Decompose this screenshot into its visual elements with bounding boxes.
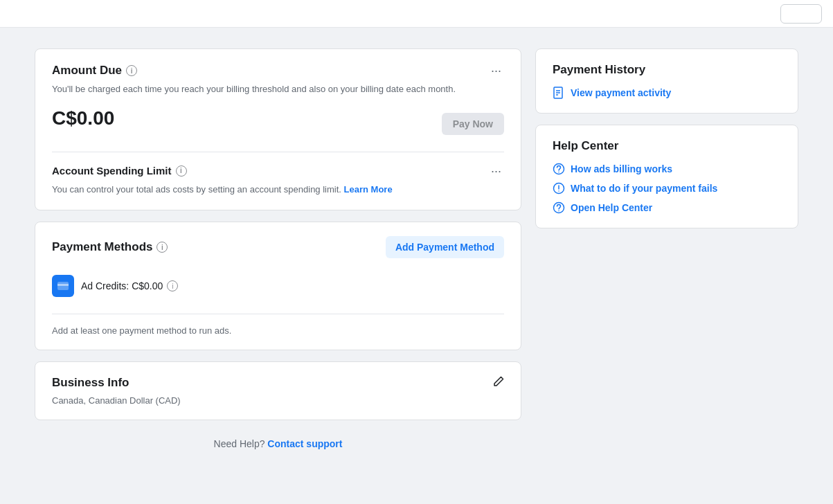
svg-point-7 [558, 172, 559, 173]
ad-credits-row: Ad Credits: C$0.00 i [52, 269, 504, 303]
spending-limit-desc: You can control your total ads costs by … [52, 183, 504, 197]
view-payment-label: View payment activity [571, 87, 671, 98]
payment-history-card: Payment History View payment activity [535, 48, 798, 114]
payment-fail-icon [553, 182, 565, 195]
open-help-center-link[interactable]: Open Help Center [553, 201, 781, 214]
payment-history-title: Payment History [553, 63, 781, 77]
svg-point-9 [558, 190, 559, 192]
svg-point-11 [558, 210, 559, 212]
amount-row: C$0.00 Pay Now [52, 107, 504, 141]
business-info-header: Business Info [52, 376, 504, 390]
ad-credits-label: Ad Credits: C$0.00 i [81, 280, 178, 291]
no-payment-note: Add at least one payment method to run a… [52, 325, 504, 336]
footer-help: Need Help? Contact support [35, 431, 521, 463]
payment-methods-info-icon[interactable]: i [156, 242, 168, 253]
ad-credits-info-icon[interactable]: i [167, 280, 178, 291]
spending-limit-title: Account Spending Limit i [52, 165, 187, 177]
right-column: Payment History View payment activity He… [535, 48, 798, 463]
open-help-center-label: Open Help Center [571, 202, 652, 213]
spending-limit-desc-text: You can control your total ads costs by … [52, 184, 341, 195]
learn-more-link[interactable]: Learn More [344, 184, 393, 195]
amount-due-description: You'll be charged each time you reach yo… [52, 82, 504, 96]
amount-due-title: Amount Due i [52, 64, 137, 78]
pencil-icon [493, 376, 504, 387]
add-payment-method-button[interactable]: Add Payment Method [386, 236, 504, 258]
top-bar-button[interactable] [780, 4, 822, 24]
payment-methods-card: Payment Methods i Add Payment Method Ad … [35, 222, 521, 350]
spending-limit-info-icon[interactable]: i [176, 165, 187, 177]
svg-rect-1 [57, 284, 69, 286]
payment-methods-divider [52, 314, 504, 314]
help-center-title: Help Center [553, 139, 781, 153]
how-ads-billing-label: How ads billing works [571, 163, 672, 174]
business-info-title-text: Business Info [52, 376, 129, 390]
amount-due-more-button[interactable]: ··· [488, 63, 504, 78]
payment-fails-link[interactable]: What to do if your payment fails [553, 182, 781, 195]
view-payment-activity-link[interactable]: View payment activity [553, 87, 781, 99]
payment-methods-title: Payment Methods i [52, 240, 168, 254]
contact-support-link[interactable]: Contact support [267, 438, 342, 449]
divider [52, 152, 504, 152]
amount-due-info-icon[interactable]: i [126, 65, 137, 76]
pay-now-button[interactable]: Pay Now [442, 113, 504, 135]
spending-limit-more-button[interactable]: ··· [488, 163, 504, 179]
top-bar [0, 0, 833, 28]
amount-due-title-text: Amount Due [52, 64, 122, 78]
amount-value: C$0.00 [52, 107, 114, 129]
business-info-edit-button[interactable] [493, 376, 504, 390]
help-circle-icon [553, 201, 565, 214]
amount-due-card: Amount Due i ··· You'll be charged each … [35, 48, 521, 210]
payment-methods-header: Payment Methods i Add Payment Method [52, 236, 504, 258]
ad-credits-text: Ad Credits: C$0.00 [81, 280, 163, 291]
how-ads-billing-link[interactable]: How ads billing works [553, 163, 781, 175]
left-column: Amount Due i ··· You'll be charged each … [35, 48, 521, 463]
business-info-title: Business Info [52, 376, 129, 390]
amount-due-header: Amount Due i ··· [52, 63, 504, 78]
footer-text: Need Help? [214, 438, 265, 449]
spending-limit-title-text: Account Spending Limit [52, 165, 172, 177]
payment-fails-label: What to do if your payment fails [571, 183, 717, 194]
ad-credits-icon [52, 275, 74, 297]
help-center-card: Help Center How ads billing works What t… [535, 125, 798, 228]
business-info-value: Canada, Canadian Dollar (CAD) [52, 395, 504, 406]
business-info-card: Business Info Canada, Canadian Dollar (C… [35, 361, 521, 420]
receipt-icon [553, 87, 565, 99]
payment-methods-title-text: Payment Methods [52, 240, 152, 254]
spending-limit-header: Account Spending Limit i ··· [52, 163, 504, 179]
billing-icon [553, 163, 565, 175]
main-content: Amount Due i ··· You'll be charged each … [0, 28, 833, 484]
